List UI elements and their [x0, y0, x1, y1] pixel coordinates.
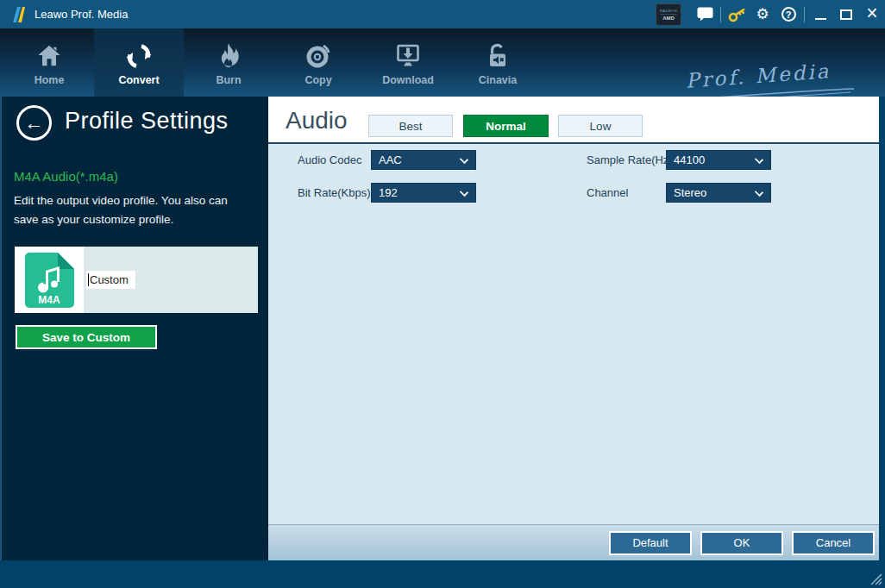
- bit-rate-select[interactable]: 192: [371, 183, 476, 203]
- home-icon: [36, 40, 62, 72]
- custom-profile-card[interactable]: M4A Custom: [15, 247, 258, 313]
- nav-tab-convert[interactable]: Convert: [94, 28, 184, 97]
- titlebar: Leawo Prof. Media RADEON AMD ⚙: [0, 0, 885, 28]
- quality-low-button[interactable]: Low: [558, 115, 643, 137]
- cinavia-icon: [485, 40, 511, 72]
- quality-normal-button[interactable]: Normal: [463, 115, 549, 137]
- chevron-down-icon: [755, 188, 763, 197]
- settings-button[interactable]: ⚙: [750, 0, 775, 28]
- chevron-down-icon: [755, 155, 763, 164]
- profile-card-body: Custom: [84, 247, 258, 313]
- text-caret: [88, 273, 89, 286]
- save-to-custom-button[interactable]: Save to Custom: [16, 325, 157, 349]
- leawo-logo-icon: [10, 4, 28, 25]
- main-nav: Home Convert Burn: [0, 28, 885, 97]
- section-title: Audio: [286, 107, 348, 134]
- audio-settings-form: Audio Codec AAC Sample Rate(Hz) 44100 Bi…: [268, 144, 879, 524]
- nav-tab-copy[interactable]: Copy: [273, 28, 363, 97]
- key-icon: [728, 6, 746, 22]
- chevron-down-icon: [460, 155, 468, 164]
- gear-icon: ⚙: [756, 7, 769, 22]
- app-window: Leawo Prof. Media RADEON AMD ⚙: [0, 0, 885, 588]
- m4a-file-icon: M4A: [24, 253, 74, 308]
- cancel-button[interactable]: Cancel: [792, 531, 875, 555]
- channel-label: Channel: [587, 186, 628, 199]
- titlebar-separator: [720, 7, 721, 22]
- maximize-icon: [840, 9, 852, 20]
- profile-settings-sidebar: ← Profile Settings M4A Audio(*.m4a) Edit…: [0, 97, 268, 560]
- quality-best-button[interactable]: Best: [368, 115, 453, 137]
- audio-section-header: Audio Best Normal Low: [268, 97, 879, 144]
- copy-icon: [304, 40, 332, 72]
- sample-rate-select[interactable]: 44100: [666, 150, 771, 170]
- register-button[interactable]: [724, 0, 750, 28]
- resize-grip[interactable]: [869, 572, 882, 585]
- convert-icon: [125, 40, 153, 72]
- amd-radeon-badge-icon: RADEON AMD: [656, 3, 681, 26]
- feedback-button[interactable]: [692, 0, 718, 28]
- chat-bubble-icon: [697, 7, 713, 22]
- minimize-icon: [815, 18, 826, 20]
- nav-tab-home[interactable]: Home: [4, 28, 94, 97]
- titlebar-separator: [804, 7, 805, 22]
- panel-description: Edit the output video profile. You also …: [14, 191, 260, 229]
- ok-button[interactable]: OK: [700, 531, 783, 555]
- profile-name-input[interactable]: Custom: [86, 271, 135, 289]
- bit-rate-label: Bit Rate(Kbps): [298, 186, 371, 199]
- window-title: Leawo Prof. Media: [35, 8, 128, 21]
- nav-tab-burn[interactable]: Burn: [184, 28, 273, 97]
- back-arrow-icon: ←: [25, 112, 44, 134]
- dialog-footer: Default OK Cancel: [268, 524, 879, 560]
- audio-codec-label: Audio Codec: [298, 153, 361, 166]
- chevron-down-icon: [460, 188, 468, 197]
- download-icon: [394, 40, 422, 72]
- selected-format-label: M4A Audio(*.m4a): [14, 169, 118, 184]
- back-button[interactable]: ←: [16, 105, 52, 141]
- help-icon: ?: [781, 7, 796, 22]
- page-title: Profile Settings: [65, 108, 229, 134]
- help-button[interactable]: ?: [775, 0, 801, 28]
- channel-select[interactable]: Stereo: [666, 183, 771, 203]
- nav-tab-cinavia[interactable]: Cinavia: [453, 28, 543, 97]
- status-strip: [0, 560, 885, 588]
- profile-name-value: Custom: [90, 273, 129, 286]
- nav-tab-download[interactable]: Download: [363, 28, 453, 97]
- profile-icon-zone: M4A: [15, 247, 84, 313]
- sample-rate-label: Sample Rate(Hz): [587, 153, 673, 166]
- burn-icon: [217, 40, 241, 72]
- svg-text:M4A: M4A: [38, 294, 60, 306]
- minimize-button[interactable]: [807, 0, 833, 28]
- default-button[interactable]: Default: [609, 531, 692, 555]
- close-icon: ×: [866, 3, 877, 23]
- maximize-button[interactable]: [833, 0, 859, 28]
- close-button[interactable]: ×: [859, 0, 885, 28]
- audio-codec-select[interactable]: AAC: [371, 150, 476, 170]
